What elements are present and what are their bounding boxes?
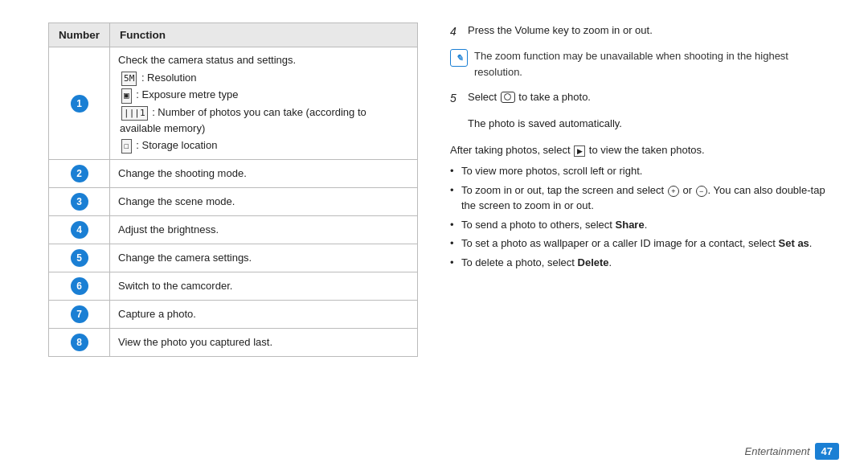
row-number: 2	[71, 165, 88, 182]
table-row: 6 Switch to the camcorder.	[49, 272, 418, 301]
list-item: To send a photo to others, select Share.	[450, 217, 839, 233]
list-item: To zoom in or out, tap the screen and se…	[450, 182, 839, 214]
camera-icon	[501, 92, 515, 103]
after-text: After taking photos, select ▶ to view th…	[450, 142, 839, 159]
step-5: 5 Select to take a photo.	[450, 89, 839, 107]
table-row: 4 Adjust the brightness.	[49, 216, 418, 244]
row-number: 3	[71, 193, 88, 211]
after-section: After taking photos, select ▶ to view th…	[450, 142, 839, 271]
zoom-in-icon: +	[668, 186, 679, 197]
row-function: Switch to the camcorder.	[110, 272, 418, 301]
row-number: 7	[71, 305, 88, 323]
row-number: 5	[71, 249, 88, 267]
note-icon-symbol: ✎	[456, 51, 463, 66]
table-row: 5 Change the camera settings.	[49, 244, 418, 272]
page-number: 47	[815, 443, 839, 460]
table-row: 3 Change the scene mode.	[49, 188, 418, 216]
row-function: Change the scene mode.	[110, 188, 418, 216]
list-item: To delete a photo, select Delete.	[450, 255, 839, 271]
list-item: To view more photos, scroll left or righ…	[450, 163, 839, 179]
row-function: Check the camera status and settings. 5M…	[110, 47, 418, 160]
row-function: Change the camera settings.	[110, 244, 418, 272]
table-row: 1 Check the camera status and settings. …	[49, 47, 418, 160]
note-icon: ✎	[450, 49, 468, 67]
col-header-number: Number	[49, 23, 110, 47]
table-row: 8 View the photo you captured last.	[49, 329, 418, 357]
page-footer: Entertainment 47	[0, 443, 868, 471]
row-function: View the photo you captured last.	[110, 329, 418, 357]
step-4: 4 Press the Volume key to zoom in or out…	[450, 23, 839, 40]
col-header-function: Function	[110, 23, 418, 47]
row-function: Adjust the brightness.	[110, 216, 418, 244]
play-icon: ▶	[574, 145, 585, 157]
step-text: Press the Volume key to zoom in or out.	[468, 23, 653, 39]
bullet-list: To view more photos, scroll left or righ…	[450, 163, 839, 270]
step-number: 5	[450, 89, 463, 107]
list-item: To set a photo as wallpaper or a caller …	[450, 236, 839, 252]
note-box: ✎ The zoom function may be unavailable w…	[450, 48, 839, 80]
row-number: 1	[71, 95, 88, 113]
row-function: Capture a photo.	[110, 301, 418, 329]
step-number: 4	[450, 23, 463, 40]
row-number: 6	[71, 277, 88, 295]
zoom-out-icon: −	[696, 186, 707, 197]
camera-table: Number Function 1 Check the camera statu…	[48, 23, 418, 427]
row-function: Change the shooting mode.	[110, 160, 418, 188]
note-text: The zoom function may be unavailable whe…	[474, 48, 839, 80]
step-text: Select to take a photo.	[468, 89, 591, 106]
row-number: 8	[71, 334, 88, 351]
table-row: 7 Capture a photo.	[49, 301, 418, 329]
footer-label: Entertainment	[745, 445, 810, 457]
instructions-section: 4 Press the Volume key to zoom in or out…	[450, 23, 839, 427]
table-row: 2 Change the shooting mode.	[49, 160, 418, 188]
row-number: 4	[71, 221, 88, 239]
step5-sub: The photo is saved automatically.	[468, 116, 839, 133]
